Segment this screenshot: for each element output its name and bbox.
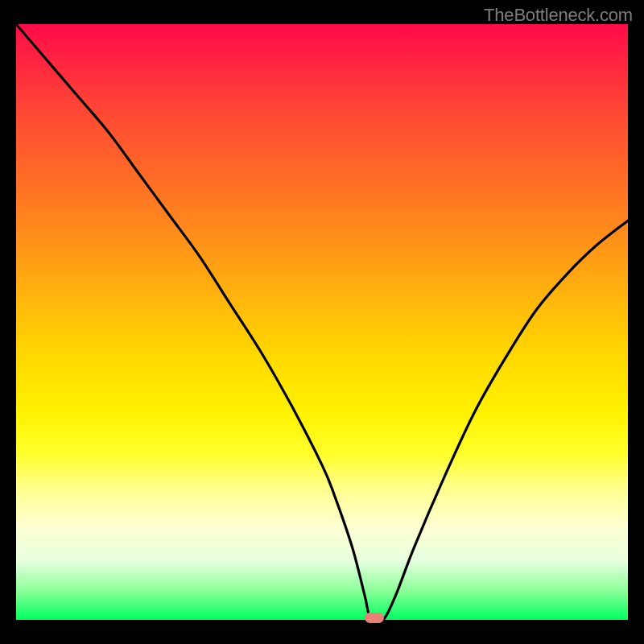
plot-area — [16, 24, 628, 620]
chart-frame: TheBottleneck.com — [0, 0, 644, 644]
bottleneck-curve — [16, 24, 628, 620]
curve-path — [16, 24, 628, 623]
optimum-marker — [365, 613, 384, 623]
watermark-text: TheBottleneck.com — [484, 5, 633, 26]
